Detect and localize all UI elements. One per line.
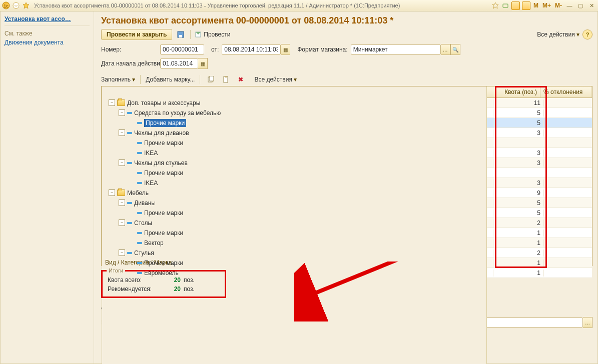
maximize-button[interactable]: ▢	[576, 2, 585, 10]
titlebar-link-icon[interactable]	[501, 2, 509, 10]
row-quota[interactable]: 3	[493, 160, 544, 166]
row-label: Доп. товары и аксессуары	[127, 100, 200, 106]
svg-rect-12	[225, 76, 227, 78]
brand-icon	[127, 202, 132, 204]
start-date-picker-button[interactable]: ▦	[198, 58, 208, 69]
start-date-label: Дата начала действия:	[101, 60, 157, 67]
post-button-label: Провести	[204, 31, 230, 38]
col-quota[interactable]: Квота (поз.)	[487, 86, 540, 98]
tree-toggle-icon[interactable]: −	[119, 220, 125, 226]
store-format-input[interactable]	[351, 44, 441, 54]
number-label: Номер:	[101, 46, 157, 53]
row-quota[interactable]: 1	[493, 230, 544, 236]
date-input[interactable]	[222, 44, 281, 54]
post-button[interactable]: Провести	[195, 31, 230, 38]
totals-quota-value: 20	[167, 276, 181, 284]
brand-icon	[127, 112, 132, 114]
sidebar-current-item[interactable]: Установка квот ассо…	[5, 14, 90, 26]
memory-m-button[interactable]: M	[532, 2, 539, 9]
brand-icon	[137, 152, 142, 154]
brand-icon	[127, 132, 132, 134]
row-quota[interactable]: 3	[493, 130, 544, 136]
save-icon[interactable]	[175, 29, 186, 40]
svg-point-2	[13, 2, 19, 8]
nav-down-icon[interactable]	[12, 2, 20, 10]
number-input[interactable]	[160, 44, 204, 54]
brand-icon	[137, 142, 142, 144]
table-row[interactable]: Прочие марки5	[102, 118, 592, 128]
comment-select-button[interactable]: …	[583, 317, 592, 328]
tree-toggle-icon[interactable]: −	[109, 190, 115, 196]
totals-rec-label: Рекомендуется:	[108, 286, 167, 292]
help-button[interactable]: ?	[582, 30, 592, 40]
totals-quota-unit: поз.	[184, 276, 195, 284]
from-label: от:	[211, 46, 219, 53]
row-label: Средства по уходу за мебелью	[134, 110, 221, 116]
close-button[interactable]: ✕	[587, 2, 596, 10]
paste-icon[interactable]	[220, 74, 231, 85]
titlebar-calc-icon[interactable]	[511, 2, 520, 10]
tree-all-actions-dropdown[interactable]: Все действия	[254, 76, 297, 83]
sidebar-section-see-also: См. также	[5, 30, 90, 37]
sidebar-link-movements[interactable]: Движения документа	[5, 39, 90, 46]
favorite-star-icon[interactable]	[22, 2, 30, 10]
form-row-1: Номер: от: ▦ Формат магазина: … 🔍	[101, 44, 592, 55]
row-quota[interactable]: 5	[493, 210, 544, 216]
start-date-input[interactable]	[160, 58, 198, 68]
svg-rect-5	[503, 4, 508, 8]
copy-icon[interactable]	[205, 74, 216, 85]
window-titlebar: 1c Установка квот ассортимента 00-000000…	[0, 0, 598, 12]
col-deviation[interactable]: % отклонения	[540, 86, 592, 98]
post-icon	[195, 31, 202, 38]
row-label: Прочие марки	[144, 230, 183, 236]
row-quota[interactable]: 2	[493, 250, 544, 256]
tree-header: Вид / Категория / Марка Квота (поз.) % о…	[102, 86, 592, 98]
tree-toggle-icon[interactable]: −	[109, 100, 115, 106]
memory-mplus-button[interactable]: M+	[541, 2, 552, 9]
minimize-button[interactable]: —	[565, 2, 574, 10]
row-quota[interactable]: 5	[493, 120, 544, 126]
tree-toggle-icon[interactable]: −	[119, 110, 125, 116]
titlebar-calendar-icon[interactable]	[522, 2, 530, 10]
row-label: Прочие марки	[144, 260, 183, 266]
tree-toggle-icon[interactable]: −	[119, 200, 125, 206]
row-label: Прочие марки	[144, 119, 186, 127]
delete-icon[interactable]: ✖	[235, 74, 246, 85]
brand-icon	[127, 222, 132, 224]
row-quota[interactable]: 2	[493, 220, 544, 226]
row-quota[interactable]: 5	[493, 200, 544, 206]
fill-dropdown[interactable]: Заполнить	[101, 76, 135, 83]
row-quota[interactable]: 1	[493, 270, 544, 276]
date-picker-button[interactable]: ▦	[281, 44, 290, 55]
row-quota[interactable]: 3	[493, 150, 544, 156]
memory-mminus-button[interactable]: M-	[554, 2, 563, 9]
totals-quota-label: Квота всего:	[108, 276, 167, 284]
tb2-divider2	[200, 75, 200, 84]
row-label: Столы	[134, 220, 152, 226]
post-and-close-button[interactable]: Провести и закрыть	[101, 29, 172, 40]
row-label: Стулья	[134, 250, 154, 256]
form-row-2: Дата начала действия: ▦	[101, 58, 592, 69]
all-actions-dropdown[interactable]: Все действия	[537, 31, 579, 38]
titlebar-star-icon[interactable]	[491, 2, 499, 10]
row-quota[interactable]: 9	[493, 190, 544, 196]
tree-toggle-icon[interactable]: −	[119, 130, 125, 136]
brand-icon	[137, 212, 142, 214]
brand-icon	[137, 242, 142, 244]
add-brand-button[interactable]: Добавить марку...	[146, 76, 195, 83]
row-quota[interactable]: 1	[493, 240, 544, 246]
tree-toggle-icon[interactable]: −	[119, 160, 125, 166]
row-label: Мебель	[127, 190, 149, 196]
row-quota[interactable]: 3	[493, 180, 544, 186]
svg-text:1c: 1c	[4, 4, 9, 8]
store-format-open-button[interactable]: 🔍	[450, 44, 460, 55]
tree-toggle-icon[interactable]: −	[119, 250, 125, 256]
store-format-select-button[interactable]: …	[441, 44, 450, 55]
row-quota[interactable]: 5	[493, 110, 544, 116]
row-quota[interactable]: 1	[493, 260, 544, 266]
assortment-tree-table: Вид / Категория / Марка Квота (поз.) % о…	[101, 86, 592, 266]
svg-marker-4	[492, 2, 498, 8]
row-label: Чехлы для стульев	[134, 160, 188, 166]
svg-marker-3	[23, 2, 29, 8]
row-quota[interactable]: 11	[493, 100, 544, 106]
